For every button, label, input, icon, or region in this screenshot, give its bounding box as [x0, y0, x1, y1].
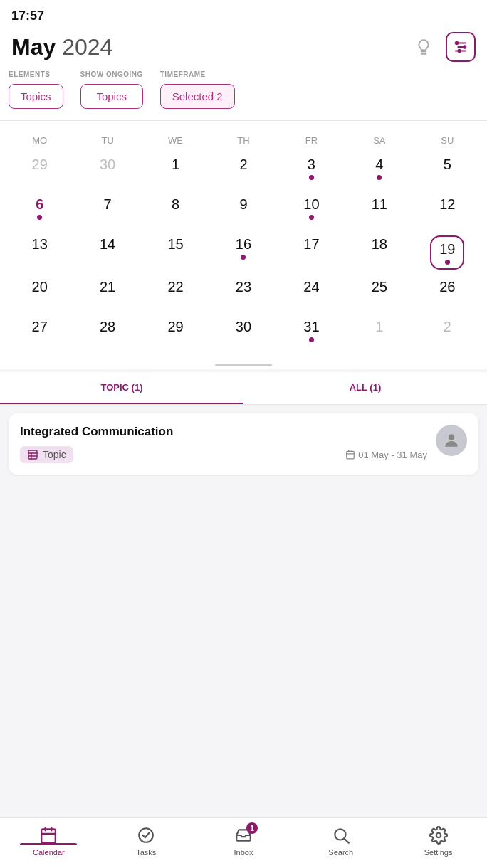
- search-icon: [332, 826, 350, 845]
- calendar-day-cell[interactable]: 13: [6, 231, 73, 274]
- day-number: 20: [32, 278, 48, 295]
- day-wrapper: 20: [32, 278, 48, 295]
- calendar-day-cell[interactable]: 27: [6, 314, 73, 354]
- event-dot: [37, 215, 42, 220]
- show-ongoing-chip[interactable]: Topics: [80, 84, 143, 109]
- calendar-day-cell[interactable]: 8: [142, 191, 209, 231]
- calendar-day-cell[interactable]: 29: [142, 314, 209, 354]
- calendar-day-cell[interactable]: 17: [278, 231, 345, 274]
- nav-search[interactable]: Search: [316, 825, 366, 857]
- empty-space: [0, 483, 487, 654]
- calendar-day-cell[interactable]: 7: [73, 191, 141, 231]
- checkmark-icon: [137, 826, 155, 845]
- calendar-day-cell[interactable]: 30: [73, 152, 141, 191]
- day-number: 18: [372, 235, 387, 253]
- calendar-section: MOTUWETHFRSASU 2930123456789101112131415…: [0, 121, 487, 359]
- nav-settings[interactable]: Settings: [414, 825, 464, 857]
- event-dot: [309, 215, 314, 220]
- event-card[interactable]: Integrated Communication Topic: [9, 413, 478, 475]
- calendar-day-cell[interactable]: 12: [414, 191, 481, 231]
- calendar-day-cell[interactable]: 2: [209, 152, 277, 191]
- day-number: 7: [104, 196, 112, 213]
- filters-section: ELEMENTS Topics SHOW ONGOING Topics TIME…: [0, 70, 487, 121]
- topic-icon: [27, 449, 38, 460]
- day-number: 1: [172, 156, 179, 173]
- show-ongoing-label: SHOW ONGOING: [80, 70, 143, 78]
- calendar-day-cell[interactable]: 10: [278, 191, 345, 231]
- day-number: 3: [308, 156, 315, 173]
- calendar-day-cell[interactable]: 1: [142, 152, 209, 191]
- calendar-day-cell[interactable]: 1: [345, 314, 413, 354]
- day-wrapper: 11: [372, 196, 387, 213]
- event-date-row: 01 May - 31 May: [345, 450, 427, 460]
- status-time: 17:57: [11, 9, 44, 23]
- day-wrapper: 15: [167, 235, 183, 253]
- calendar-day-cell[interactable]: 24: [278, 274, 345, 314]
- day-wrapper: 13: [32, 235, 48, 253]
- day-wrapper: 6: [36, 196, 43, 220]
- nav-calendar[interactable]: Calendar: [23, 825, 73, 857]
- weekday-label: SA: [345, 132, 413, 149]
- day-wrapper: 28: [100, 318, 115, 335]
- calendar-nav-icon: [38, 825, 58, 845]
- calendar-icon-nav: [39, 826, 58, 845]
- calendar-day-cell[interactable]: 19: [414, 231, 481, 274]
- filter-icon: [453, 39, 468, 55]
- filter-button[interactable]: [446, 32, 476, 62]
- calendar-day-cell[interactable]: 16: [209, 231, 277, 274]
- lightbulb-icon-btn[interactable]: [410, 33, 437, 60]
- calendar-day-cell[interactable]: 14: [73, 231, 141, 274]
- day-number: 23: [236, 278, 251, 295]
- day-number: 26: [439, 278, 455, 295]
- calendar-day-cell[interactable]: 20: [6, 274, 73, 314]
- svg-point-4: [456, 42, 459, 45]
- calendar-day-cell[interactable]: 29: [6, 152, 73, 191]
- calendar-day-cell[interactable]: 31: [278, 314, 345, 354]
- day-wrapper: 27: [32, 318, 48, 335]
- day-number: 30: [236, 318, 251, 335]
- timeframe-chip[interactable]: Selected 2: [160, 84, 235, 109]
- day-wrapper: 17: [303, 235, 319, 253]
- calendar-day-cell[interactable]: 23: [209, 274, 277, 314]
- calendar-day-cell[interactable]: 25: [345, 274, 413, 314]
- filter-elements: ELEMENTS Topics: [9, 70, 63, 109]
- calendar-day-cell[interactable]: 2: [414, 314, 481, 354]
- calendar-day-cell[interactable]: 22: [142, 274, 209, 314]
- calendar-day-cell[interactable]: 15: [142, 231, 209, 274]
- events-list: Integrated Communication Topic: [0, 405, 487, 483]
- elements-chip[interactable]: Topics: [9, 84, 63, 109]
- day-wrapper: 14: [100, 235, 115, 253]
- scroll-indicator: [0, 359, 487, 369]
- day-wrapper: 30: [236, 318, 251, 335]
- elements-label: ELEMENTS: [9, 70, 63, 78]
- day-number: 5: [444, 156, 451, 173]
- calendar-day-cell[interactable]: 30: [209, 314, 277, 354]
- calendar-icon: [345, 450, 355, 460]
- day-number: 4: [375, 156, 383, 173]
- nav-tasks[interactable]: Tasks: [121, 825, 171, 857]
- day-number: 24: [303, 278, 319, 295]
- day-wrapper: 2: [239, 156, 247, 173]
- header-icons: [410, 32, 476, 62]
- calendar-day-cell[interactable]: 6: [6, 191, 73, 231]
- tab-topic[interactable]: TOPIC (1): [0, 372, 244, 404]
- tab-all[interactable]: ALL (1): [244, 372, 487, 404]
- calendar-day-cell[interactable]: 9: [209, 191, 277, 231]
- calendar-day-cell[interactable]: 28: [73, 314, 141, 354]
- calendar-day-cell[interactable]: 3: [278, 152, 345, 191]
- lightbulb-icon: [414, 38, 433, 56]
- calendar-day-cell[interactable]: 18: [345, 231, 413, 274]
- svg-point-21: [139, 828, 153, 842]
- event-date-range: 01 May - 31 May: [358, 450, 427, 460]
- day-wrapper: 1: [375, 318, 383, 335]
- gear-icon: [429, 826, 448, 845]
- calendar-day-cell[interactable]: 21: [73, 274, 141, 314]
- calendar-day-cell[interactable]: 5: [414, 152, 481, 191]
- nav-inbox[interactable]: 1 Inbox: [219, 825, 268, 857]
- nav-inbox-label: Inbox: [234, 848, 253, 857]
- calendar-day-cell[interactable]: 11: [345, 191, 413, 231]
- calendar-day-cell[interactable]: 4: [345, 152, 413, 191]
- bottom-nav: Calendar Tasks 1 Inbox Search: [0, 817, 487, 868]
- day-number: 14: [100, 235, 115, 253]
- calendar-day-cell[interactable]: 26: [414, 274, 481, 314]
